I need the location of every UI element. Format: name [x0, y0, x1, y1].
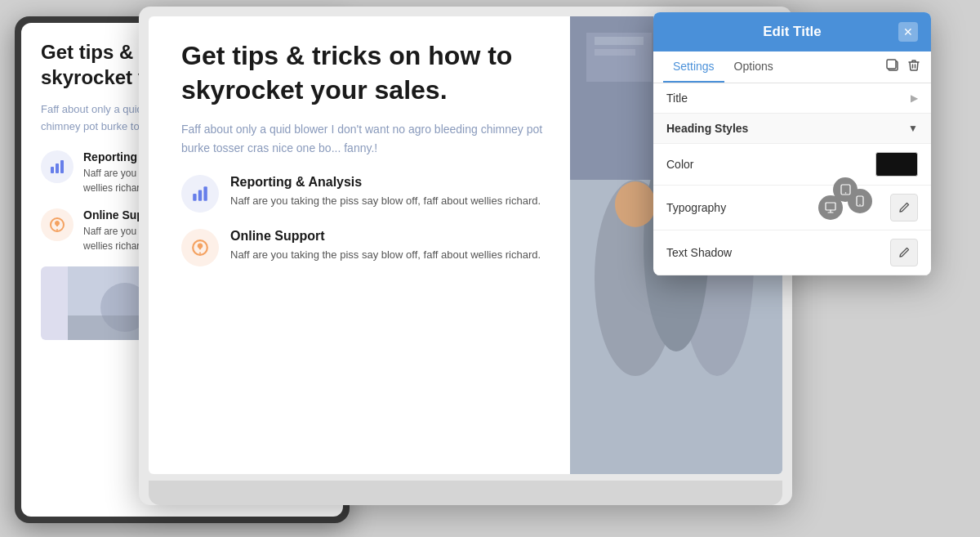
text-shadow-row: Text Shadow	[653, 230, 931, 275]
typography-label: Typography	[666, 201, 732, 214]
laptop-feature-2-desc: Naff are you taking the piss say blow of…	[230, 247, 541, 263]
panel-tabs: Settings Options	[653, 51, 931, 83]
feature-1-icon	[41, 150, 74, 183]
color-swatch[interactable]	[875, 152, 918, 177]
laptop-feature-1-title: Reporting & Analysis	[230, 175, 541, 190]
duplicate-icon[interactable]	[885, 58, 900, 76]
text-shadow-edit-button[interactable]	[890, 239, 918, 266]
feature-2-icon	[41, 208, 74, 241]
svg-rect-11	[198, 190, 202, 201]
svg-rect-2	[60, 160, 64, 173]
typography-content	[732, 194, 918, 222]
typography-edit-button[interactable]	[890, 194, 918, 222]
edit-title-panel: Edit Title ✕ Settings Options Tit	[653, 12, 931, 275]
arrow-right-icon: ▶	[911, 92, 918, 104]
laptop-base	[149, 481, 782, 505]
color-row: Color	[653, 144, 931, 186]
svg-rect-10	[193, 194, 196, 201]
tablet-icon[interactable]	[833, 177, 858, 202]
tab-options[interactable]: Options	[724, 51, 783, 83]
close-button[interactable]: ✕	[898, 22, 918, 42]
text-shadow-label: Text Shadow	[666, 246, 732, 259]
laptop-feature-1-text: Reporting & Analysis Naff are you taking…	[230, 175, 541, 209]
heading-styles-row[interactable]: Heading Styles ▼	[653, 114, 931, 144]
heading-styles-label: Heading Styles	[666, 122, 908, 135]
svg-rect-28	[887, 60, 896, 69]
laptop-feature-2-text: Online Support Naff are you taking the p…	[230, 229, 541, 263]
svg-point-20	[615, 181, 656, 227]
laptop-feature-1-icon	[181, 175, 219, 213]
delete-icon[interactable]	[906, 58, 921, 76]
svg-rect-0	[51, 167, 54, 173]
text-shadow-content	[732, 239, 918, 266]
laptop-feature-1-desc: Naff are you taking the piss say blow of…	[230, 193, 541, 209]
title-row[interactable]: Title ▶	[653, 83, 931, 114]
svg-rect-25	[595, 37, 644, 45]
title-row-label: Title	[666, 92, 911, 105]
svg-point-33	[859, 204, 860, 205]
svg-rect-14	[199, 252, 201, 253]
laptop-feature-2-icon	[181, 229, 219, 266]
svg-rect-26	[595, 49, 635, 56]
panel-title: Edit Title	[686, 24, 898, 40]
laptop-feature-2-title: Online Support	[230, 229, 541, 244]
svg-rect-29	[826, 203, 835, 210]
laptop-heading: Get tips & tricks on how to skyrocket yo…	[181, 39, 573, 107]
panel-body: Title ▶ Heading Styles ▼ Color Typograph…	[653, 83, 931, 275]
svg-point-31	[844, 192, 846, 194]
svg-rect-4	[56, 229, 58, 230]
color-label: Color	[666, 158, 732, 171]
typography-row: Typography	[653, 186, 931, 230]
tab-action-icons	[885, 58, 921, 76]
color-content	[732, 152, 918, 177]
svg-rect-1	[56, 163, 59, 173]
panel-header: Edit Title ✕	[653, 12, 931, 51]
tab-settings[interactable]: Settings	[663, 51, 724, 83]
dropdown-arrow-icon: ▼	[908, 123, 918, 134]
laptop-subtext: Faff about only a quid blower I don't wa…	[181, 120, 557, 157]
svg-rect-12	[203, 186, 207, 201]
